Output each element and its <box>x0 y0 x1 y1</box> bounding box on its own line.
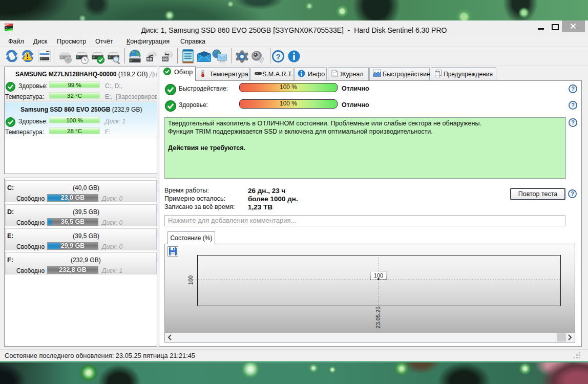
svg-text:?: ? <box>276 52 280 61</box>
svg-text:?: ? <box>571 102 575 108</box>
svg-text:?: ? <box>571 190 574 197</box>
svg-text:?: ? <box>571 119 575 125</box>
svg-text:?: ? <box>571 86 575 92</box>
